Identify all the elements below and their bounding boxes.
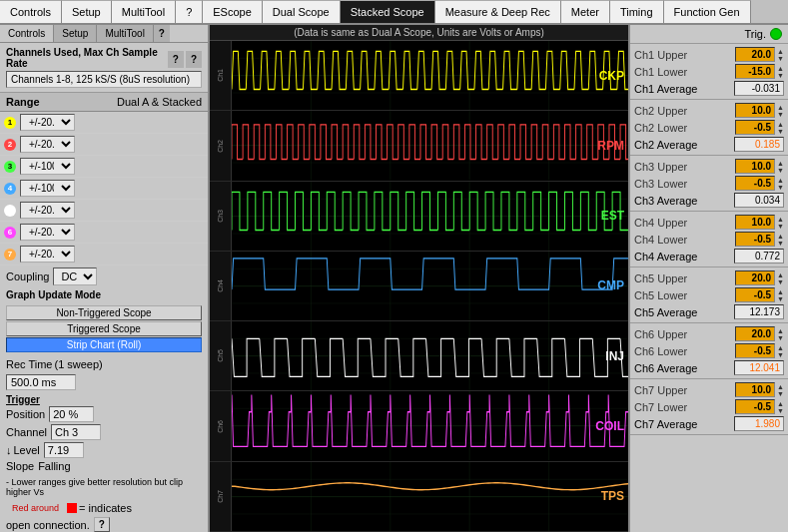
- upper-val-7[interactable]: 10.0: [735, 382, 775, 397]
- scope-canvas-CMP[interactable]: CMP: [232, 252, 628, 320]
- tab-multitool[interactable]: MultiTool: [112, 0, 176, 23]
- lower-val-5[interactable]: -0.5: [735, 287, 775, 302]
- ch-range-select-6[interactable]: +/-20.0: [20, 224, 75, 241]
- level-input[interactable]: [44, 442, 84, 458]
- note-help-btn[interactable]: ?: [94, 517, 110, 532]
- scope-canvas-COIL[interactable]: COIL: [232, 391, 628, 460]
- left-tab-setup[interactable]: Setup: [54, 25, 97, 42]
- position-row: Position: [6, 405, 202, 423]
- mode-strip-chart[interactable]: Strip Chart (Roll): [6, 337, 202, 352]
- scope-area: (Data is same as Dual A Scope, Units are…: [210, 25, 628, 532]
- upper-row-6: Ch6 Upper 20.0 ▲▼: [634, 326, 784, 341]
- tab-escope[interactable]: EScope: [203, 0, 263, 23]
- upper-val-1[interactable]: 20.0: [735, 47, 775, 62]
- tab-dual-scope[interactable]: Dual Scope: [263, 0, 341, 23]
- upper-spinner-1[interactable]: ▲▼: [777, 48, 784, 62]
- ch-range-select-7[interactable]: +/-20.0: [20, 246, 75, 263]
- lower-spinner-4[interactable]: ▲▼: [777, 233, 784, 247]
- rec-time-input[interactable]: [6, 374, 76, 390]
- lower-val-7[interactable]: -0.5: [735, 399, 775, 414]
- upper-spinner-2[interactable]: ▲▼: [777, 104, 784, 118]
- upper-spinner-5[interactable]: ▲▼: [777, 271, 784, 285]
- left-tab-controls[interactable]: Controls: [0, 25, 54, 42]
- upper-spinner-7[interactable]: ▲▼: [777, 383, 784, 397]
- lower-val-1[interactable]: -15.0: [735, 64, 775, 79]
- ch-range-select-5[interactable]: +/-20.0: [20, 202, 75, 219]
- tab-setup[interactable]: Setup: [62, 0, 112, 23]
- lower-row-6: Ch6 Lower -0.5 ▲▼: [634, 343, 784, 358]
- scope-canvas-INJ[interactable]: INJ: [232, 321, 628, 390]
- upper-label-4: Ch4 Upper: [634, 217, 687, 229]
- scope-canvas-TPS[interactable]: TPS: [232, 462, 628, 531]
- avg-label-1: Ch1 Average: [634, 83, 697, 95]
- upper-spinner-3[interactable]: ▲▼: [777, 160, 784, 174]
- lower-val-6[interactable]: -0.5: [735, 343, 775, 358]
- scope-channel-COIL: Ch6 COIL: [210, 391, 628, 461]
- mode-triggered[interactable]: Triggered Scope: [6, 321, 202, 336]
- right-panel: Trig. Ch1 Upper 20.0 ▲▼ Ch1 Lower -15.0 …: [628, 25, 788, 532]
- lower-label-2: Ch2 Lower: [634, 122, 687, 134]
- upper-spinner-6[interactable]: ▲▼: [777, 327, 784, 341]
- channel-label: Channel: [6, 426, 47, 438]
- lower-spinner-7[interactable]: ▲▼: [777, 400, 784, 414]
- mode-non-triggered[interactable]: Non-Triggered Scope: [6, 305, 202, 320]
- avg-val-7: 1.980: [734, 416, 784, 431]
- left-tab-multitool[interactable]: MultiTool: [97, 25, 153, 42]
- avg-val-6: 12.041: [734, 360, 784, 375]
- slope-val: Falling: [38, 460, 70, 472]
- scope-channel-RPM: Ch2 RPM: [210, 111, 628, 181]
- channel-select[interactable]: [51, 424, 101, 440]
- upper-row-4: Ch4 Upper 10.0 ▲▼: [634, 215, 784, 230]
- scope-channel-INJ: Ch5 INJ: [210, 321, 628, 391]
- right-ch-group-2: Ch2 Upper 10.0 ▲▼ Ch2 Lower -0.5 ▲▼ Ch2 …: [630, 100, 788, 156]
- tab-measure-deep[interactable]: Measure & Deep Rec: [435, 0, 561, 23]
- lower-spinner-1[interactable]: ▲▼: [777, 65, 784, 79]
- channels-help-btn1[interactable]: ?: [168, 51, 184, 68]
- tab-meter[interactable]: Meter: [561, 0, 610, 23]
- scope-canvas-RPM[interactable]: RPM: [232, 111, 628, 180]
- lower-val-4[interactable]: -0.5: [735, 232, 775, 247]
- lower-spinner-3[interactable]: ▲▼: [777, 177, 784, 191]
- avg-val-2: 0.185: [734, 137, 784, 152]
- upper-val-5[interactable]: 20.0: [735, 270, 775, 285]
- right-ch-group-6: Ch6 Upper 20.0 ▲▼ Ch6 Lower -0.5 ▲▼ Ch6 …: [630, 323, 788, 379]
- ch-range-select-4[interactable]: +/-100*: [20, 180, 75, 197]
- note3: = indicates: [79, 502, 132, 514]
- upper-val-2[interactable]: 10.0: [735, 103, 775, 118]
- right-ch-group-4: Ch4 Upper 10.0 ▲▼ Ch4 Lower -0.5 ▲▼ Ch4 …: [630, 212, 788, 267]
- lower-spinner-6[interactable]: ▲▼: [777, 344, 784, 358]
- ch-range-select-2[interactable]: +/-20.0: [20, 136, 75, 153]
- avg-val-4: 0.772: [734, 249, 784, 264]
- note4-row: open connection. ?: [0, 517, 208, 532]
- range-title: Range: [6, 96, 40, 108]
- tab-stacked-scope[interactable]: Stacked Scope: [341, 0, 435, 23]
- upper-spinner-4[interactable]: ▲▼: [777, 216, 784, 230]
- ch-range-select-3[interactable]: +/-100*: [20, 158, 75, 175]
- trigger-title[interactable]: Trigger: [6, 394, 202, 405]
- channels-help-btn2[interactable]: ?: [186, 51, 202, 68]
- left-help-btn[interactable]: ?: [154, 25, 170, 42]
- ch-num-2: 2: [4, 139, 16, 151]
- range-header: Range Dual A & Stacked: [0, 93, 208, 112]
- upper-val-4[interactable]: 10.0: [735, 215, 775, 230]
- tab-controls[interactable]: Controls: [0, 0, 62, 23]
- ch-num-3: 3: [4, 161, 16, 173]
- lower-row-4: Ch4 Lower -0.5 ▲▼: [634, 232, 784, 247]
- lower-spinner-5[interactable]: ▲▼: [777, 288, 784, 302]
- scope-canvas-CKP[interactable]: CKP: [232, 41, 628, 110]
- upper-val-3[interactable]: 10.0: [735, 159, 775, 174]
- ch-range-select-1[interactable]: +/-20.0: [20, 114, 75, 131]
- upper-val-6[interactable]: 20.0: [735, 326, 775, 341]
- lower-val-2[interactable]: -0.5: [735, 120, 775, 135]
- ch-name-COIL: COIL: [595, 419, 624, 433]
- scope-canvas-EST[interactable]: EST: [232, 182, 628, 251]
- lower-spinner-2[interactable]: ▲▼: [777, 121, 784, 135]
- tab-timing[interactable]: Timing: [610, 0, 664, 23]
- position-input[interactable]: [49, 406, 94, 422]
- coupling-select[interactable]: DCAC: [53, 267, 97, 285]
- lower-label-6: Ch6 Lower: [634, 345, 687, 357]
- lower-val-3[interactable]: -0.5: [735, 176, 775, 191]
- trig-indicator: [770, 28, 782, 40]
- tab-function-gen[interactable]: Function Gen: [664, 0, 751, 23]
- tab-help[interactable]: ?: [176, 0, 203, 23]
